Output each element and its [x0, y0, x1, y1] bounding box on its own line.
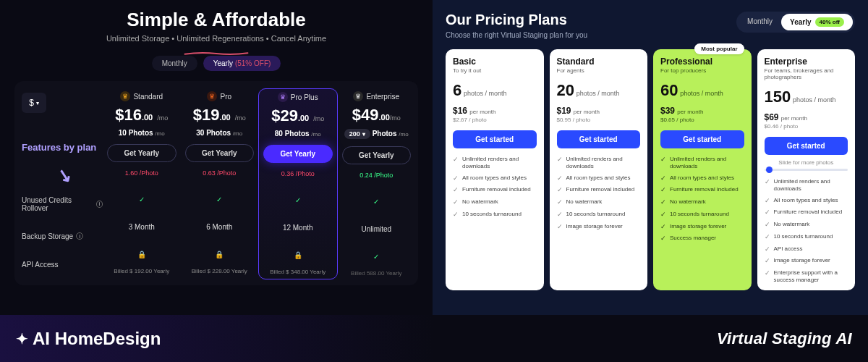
popular-badge: Most popular [694, 43, 744, 54]
feature-item: ✓Image storage forever [660, 223, 744, 232]
feature-item: ✓10 seconds turnaround [453, 211, 537, 219]
plan-tagline: For agents [557, 67, 641, 74]
check-icon: ✓ [342, 251, 412, 261]
plan-name: Professional [660, 56, 744, 67]
feature-item: ✓All room types and styles [557, 174, 641, 183]
feature-item: ✓Enterprise support with a success manag… [765, 269, 848, 285]
get-started-button[interactable]: Get started [453, 130, 537, 148]
get-yearly-button[interactable]: Get Yearly [263, 145, 333, 163]
currency-selector[interactable]: $▾ [22, 93, 46, 113]
per-photo-price: $0.46 / photo [765, 123, 848, 130]
feature-api: API Access [22, 261, 103, 269]
toggle-yearly[interactable]: Yearly40% off [781, 14, 853, 30]
per-photo-price: 0.36 /Photo [263, 170, 333, 177]
sparkle-icon: ✦ [16, 330, 28, 348]
check-icon: ✓ [660, 198, 666, 207]
check-icon: ✓ [660, 174, 666, 183]
toggle-yearly[interactable]: Yearly (51% OFF) [203, 56, 281, 71]
check-icon: ✓ [453, 198, 459, 207]
check-icon: ✓ [342, 196, 412, 206]
check-icon: ✓ [660, 223, 666, 232]
left-subtitle: Unlimited Storage • Unlimited Regenerati… [14, 34, 418, 43]
check-icon: ✓ [557, 156, 563, 164]
feature-item: ✓10 seconds turnaround [765, 233, 848, 242]
toggle-monthly[interactable]: Monthly [152, 56, 197, 71]
right-subtitle: Choose the right Virtual Staging plan fo… [446, 31, 587, 39]
feature-item: ✓Furniture removal included [557, 186, 641, 195]
per-photo-price: 1.60 /Photo [107, 169, 176, 177]
get-started-button[interactable]: Get started [660, 130, 744, 148]
check-icon: ✓ [557, 186, 563, 195]
feature-item: ✓No watermark [660, 198, 744, 207]
plan-card-standard: StandardFor agents20 photos / month$19 p… [550, 49, 648, 290]
check-icon: ✓ [765, 209, 770, 217]
check-icon: ✓ [107, 194, 176, 204]
get-yearly-button[interactable]: Get Yearly [107, 144, 176, 162]
photos-slider[interactable] [765, 169, 848, 171]
feature-item: ✓Image storage forever [765, 257, 848, 266]
photos-selector[interactable]: 200▾ [344, 129, 370, 139]
feature-item: ✓10 seconds turnaround [557, 211, 641, 219]
check-icon: ✓ [453, 156, 459, 164]
feature-item: ✓Unlimited renders and downloads [765, 178, 848, 193]
plan-name: Standard [557, 56, 641, 67]
feature-backup: Backup Storagei [22, 232, 103, 240]
plans-grid: $▾ Features by plan ↘ Unused Credits Rol… [14, 81, 418, 285]
feature-item: ✓No watermark [765, 221, 848, 230]
footer: ✦ AI HomeDesign Virtual Staging AI [0, 315, 868, 362]
billing-toggle: Monthly Yearly (51% OFF) [14, 56, 418, 71]
brand-ai-homedesign: ✦ AI HomeDesign [16, 329, 161, 349]
check-icon: ✓ [557, 211, 563, 219]
feature-rollover: Unused Credits Rolloveri [22, 196, 103, 212]
check-icon: ✓ [557, 198, 563, 207]
check-icon: ✓ [660, 211, 666, 219]
chevron-down-icon: ▾ [362, 131, 365, 138]
feature-item: ✓10 seconds turnaround [660, 211, 744, 219]
slider-hint: Slide for more photos [765, 159, 848, 166]
plan-tagline: For top producers [660, 67, 744, 74]
per-photo-price: $0.95 / photo [557, 117, 641, 123]
feature-item: ✓Success manager [660, 235, 744, 243]
feature-item: ✓Image storage forever [557, 223, 641, 232]
plan-card-professional: Most popularProfessionalFor top producer… [653, 49, 752, 290]
per-photo-price: $2.67 / photo [453, 117, 537, 123]
crown-icon: ♛ [207, 91, 217, 101]
get-yearly-button[interactable]: Get Yearly [185, 144, 255, 162]
ai-homedesign-panel: Simple & Affordable Unlimited Storage • … [0, 0, 433, 315]
lock-icon: 🔒 [185, 249, 255, 259]
lock-icon: 🔒 [263, 250, 333, 260]
plan-card-enterprise: EnterpriseFor teams, brokerages and phot… [757, 49, 856, 290]
plan-standard: ♛Standard $16.00 /mo 10 Photos /mo Get Y… [103, 88, 181, 279]
check-icon: ✓ [453, 211, 459, 219]
plan-enterprise: ♛Enterprise $49.00/mo 200▾ Photos /mo Ge… [338, 88, 416, 279]
feature-item: ✓Unlimited renders and downloads [660, 156, 744, 171]
info-icon[interactable]: i [76, 232, 83, 240]
plan-tagline: For teams, brokerages and photographers [765, 67, 848, 80]
info-icon[interactable]: i [96, 201, 103, 208]
plan-pro: ♛Pro $19.00 /mo 30 Photos /mo Get Yearly… [181, 88, 259, 279]
right-title: Our Pricing Plans [446, 12, 587, 28]
plan-card-basic: BasicTo try it out6 photos / month$16 pe… [446, 49, 544, 290]
check-icon: ✓ [185, 194, 255, 204]
check-icon: ✓ [660, 235, 666, 243]
underline-scribble [173, 46, 260, 50]
get-started-button[interactable]: Get started [765, 137, 848, 155]
feature-item: ✓Unlimited renders and downloads [557, 156, 641, 171]
check-icon: ✓ [765, 178, 770, 187]
toggle-monthly[interactable]: Monthly [739, 14, 781, 30]
get-yearly-button[interactable]: Get Yearly [342, 146, 412, 164]
get-started-button[interactable]: Get started [557, 130, 641, 148]
check-icon: ✓ [765, 221, 770, 230]
virtual-staging-panel: Our Pricing Plans Choose the right Virtu… [433, 0, 868, 315]
plan-name: Enterprise [765, 56, 848, 67]
left-title: Simple & Affordable [14, 9, 418, 31]
billing-toggle: Monthly Yearly40% off [736, 12, 855, 33]
features-column: $▾ Features by plan ↘ Unused Credits Rol… [17, 88, 103, 279]
plan-tagline: To try it out [453, 67, 537, 74]
arrow-swoop-icon: ↘ [56, 162, 75, 188]
check-icon: ✓ [453, 174, 459, 183]
feature-item: ✓No watermark [557, 198, 641, 207]
feature-item: ✓All room types and styles [765, 197, 848, 206]
feature-item: ✓Furniture removal included [765, 209, 848, 217]
crown-icon: ♛ [120, 91, 130, 101]
